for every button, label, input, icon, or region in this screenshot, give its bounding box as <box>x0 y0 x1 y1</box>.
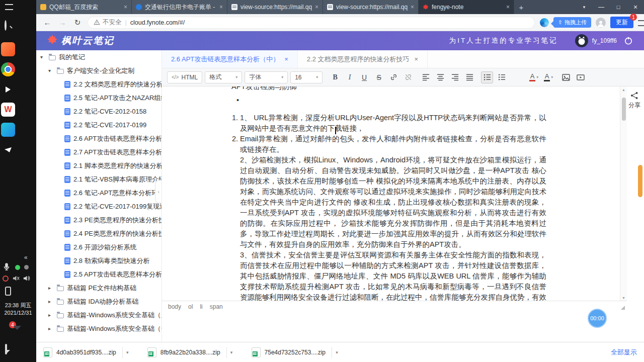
app-icon-orange[interactable] <box>1 42 15 56</box>
sidebar-root-folder[interactable]: ▾ 我的笔记 <box>36 50 162 64</box>
sidebar-group-folder[interactable]: ▾ 客户端安全-企业化定制 <box>36 64 162 77</box>
url-bar[interactable]: 不安全 | cloud.fynote.com/#/ <box>88 17 535 29</box>
drag-upload-button[interactable]: ⇧ 拖拽上传 <box>553 17 591 28</box>
reload-button[interactable]: ↻ <box>72 18 83 27</box>
italic-button[interactable]: I <box>344 71 356 83</box>
note-tab-active[interactable]: 2.6 APT攻击链表恶意样本分析（中） × <box>162 50 298 68</box>
format-dropdown[interactable]: 格式 ▾ <box>205 71 242 83</box>
new-tab-button[interactable]: + <box>514 0 528 14</box>
insert-image-button[interactable] <box>560 71 572 83</box>
font-dropdown[interactable]: 字体 ▾ <box>245 71 288 83</box>
align-right-button[interactable] <box>449 71 461 83</box>
bold-button[interactable]: B <box>329 71 341 83</box>
sidebar-note-item[interactable]: 2.1 笔记-VBS脚本病毒原理介绍 <box>36 172 162 186</box>
app-icon-teal[interactable] <box>1 123 15 137</box>
sidebar-note-item[interactable]: 2.7 APT攻击链表恶意样本分析（ <box>36 145 162 159</box>
browser-extension-icon[interactable] <box>540 18 549 27</box>
show-all-downloads-link[interactable]: 全部显示 <box>611 348 637 357</box>
scrollbar-thumb[interactable] <box>622 98 626 121</box>
note-tab-close-icon[interactable]: × <box>415 55 419 63</box>
caret-right-icon[interactable]: ▸ <box>48 312 54 318</box>
phone-icon[interactable] <box>5 287 11 296</box>
page-scrollbar-thumb[interactable] <box>638 165 642 197</box>
scroll-up-icon[interactable]: ▲ <box>622 86 625 93</box>
minimize-button[interactable]: — <box>593 0 610 14</box>
tab-close-icon[interactable]: × <box>506 4 510 11</box>
chrome-icon[interactable] <box>1 62 15 76</box>
font-size-dropdown[interactable]: 16 ▾ <box>290 71 323 83</box>
browser-tab-bank[interactable]: 交通银行信用卡电子账单 - QQ邮 × <box>132 0 227 14</box>
sidebar-note-item[interactable]: 2.3 PE类恶意程序的快速分析技巧 <box>36 213 162 227</box>
sidebar-note-item[interactable]: 2.2 文档类恶意程序的快速分析技 <box>36 77 162 91</box>
unordered-list-button[interactable] <box>496 71 508 83</box>
tab-close-icon[interactable]: × <box>315 4 318 11</box>
sidebar-note-item[interactable]: 2.8 勒索病毒类型快速分析 <box>36 254 162 267</box>
back-button[interactable]: ← <box>42 18 52 27</box>
path-segment[interactable]: body <box>168 303 181 310</box>
link-button[interactable] <box>387 71 399 83</box>
microphone-icon[interactable] <box>3 263 11 273</box>
editor-scrollbar[interactable]: ▲ ▼ <box>620 86 627 301</box>
sidebar-note-item[interactable]: 2.6 笔记-APT恶意样本分析环境搭 <box>36 186 162 200</box>
caret-right-icon[interactable]: ▸ <box>48 299 54 304</box>
close-window-button[interactable]: × <box>627 0 644 14</box>
download-item[interactable]: 75e4d73252c753....zip ▾ <box>252 345 342 359</box>
sidebar-note-item[interactable]: 2.5 APT攻击链表恶意样本分析（ <box>36 267 162 281</box>
tab-close-icon[interactable]: × <box>219 4 223 11</box>
align-center-button[interactable] <box>434 71 446 83</box>
sidebar-note-item[interactable]: 2.5 笔记-APT攻击之NAZAR组织 <box>36 91 162 105</box>
chat-icon[interactable] <box>5 344 7 354</box>
share-widget[interactable]: 分享 <box>627 92 642 109</box>
insert-video-button[interactable] <box>575 71 587 83</box>
tab-close-icon[interactable]: × <box>124 4 127 11</box>
wps-icon[interactable]: W <box>1 103 15 117</box>
highlight-color-button[interactable]: A ▾ <box>542 71 554 83</box>
sidebar-note-item[interactable]: 2.6 APT攻击链表恶意样本分析（ <box>36 132 162 145</box>
path-segment[interactable]: ol <box>188 303 193 310</box>
path-segment[interactable]: span <box>210 303 223 310</box>
record-ring-icon[interactable] <box>3 276 9 282</box>
sidebar-note-item[interactable]: 2.2 笔记-CVE-2017-0199 <box>36 118 162 132</box>
user-avatar[interactable] <box>575 34 588 47</box>
update-button[interactable]: 更新 1 <box>610 17 633 28</box>
download-options-chevron[interactable]: ▾ <box>226 347 236 358</box>
caret-right-icon[interactable]: ▸ <box>48 326 54 331</box>
note-content[interactable]: APT攻击检测与防御 • 1、 URL异常检测，深度分析URL内User-Age… <box>162 86 620 301</box>
sidebar-note-item[interactable]: 2.4 PE类恶意程序的快速分析技巧 <box>36 227 162 240</box>
sidebar-note-item[interactable]: 2.1 脚本类恶意程序的快速分析技 <box>36 159 162 172</box>
browser-tab-fengye-note[interactable]: fengye-note × <box>419 0 514 14</box>
sidebar-folder-item[interactable]: ▸ 基础篇-Windows系统安全基础（上） <box>36 308 162 322</box>
browser-tab-viewsource-2[interactable]: view-source:https://mail.qq.c × <box>323 0 419 14</box>
caret-down-icon[interactable]: ▾ <box>40 54 46 60</box>
sidebar-note-item[interactable]: 2.6 开源沙箱分析系统 <box>36 240 162 254</box>
blockquote-button[interactable] <box>510 71 522 83</box>
tab-list-chevron-icon[interactable]: ▾ <box>576 0 593 14</box>
download-item[interactable]: 4d0ab3951df935....zip ▾ <box>43 345 132 359</box>
speaker-muted-icon[interactable] <box>12 275 20 284</box>
speaker-icon[interactable] <box>23 275 30 284</box>
scroll-down-icon[interactable]: ▼ <box>622 295 625 301</box>
unlink-button[interactable] <box>402 71 414 83</box>
forward-button[interactable]: → <box>57 18 67 27</box>
sidebar-folder-item[interactable]: ▸ 基础篇 IDA动静分析基础 <box>36 295 162 308</box>
sidebar-folder-item[interactable]: ▸ 基础篇 PE文件结构基础 <box>36 281 162 295</box>
logout-icon[interactable] <box>624 36 633 45</box>
browser-profile-icon[interactable] <box>596 18 606 28</box>
sidebar-note-item[interactable]: 2.2 笔记-CVE-2012-0158 <box>36 105 162 118</box>
sidebar-collapse-handle[interactable]: ‹ <box>155 180 162 203</box>
path-segment[interactable]: li <box>200 303 202 310</box>
note-tab-close-icon[interactable]: × <box>284 55 288 63</box>
download-item[interactable]: 8fb9a22b20a338....zip ▾ <box>147 345 236 359</box>
html-source-button[interactable]: </> HTML <box>167 71 202 83</box>
align-justify-button[interactable] <box>463 71 475 83</box>
taskbar-expand-icon[interactable]: « <box>24 254 28 261</box>
security-indicator[interactable]: 不安全 <box>94 18 122 27</box>
resize-handle[interactable] <box>621 306 625 310</box>
sidebar-note-item[interactable]: 2.2 笔记-CVE-2017-0199复现过程 <box>36 200 162 213</box>
caret-right-icon[interactable]: ▸ <box>48 285 54 291</box>
browser-tab-viewsource-1[interactable]: view-source:https://mail.qq.c × <box>227 0 323 14</box>
maximize-button[interactable]: □ <box>610 0 627 14</box>
ordered-list-button[interactable] <box>481 71 493 83</box>
editor-canvas[interactable]: APT攻击检测与防御 • 1、 URL异常检测，深度分析URL内User-Age… <box>162 86 627 301</box>
tab-close-icon[interactable]: × <box>411 4 414 11</box>
